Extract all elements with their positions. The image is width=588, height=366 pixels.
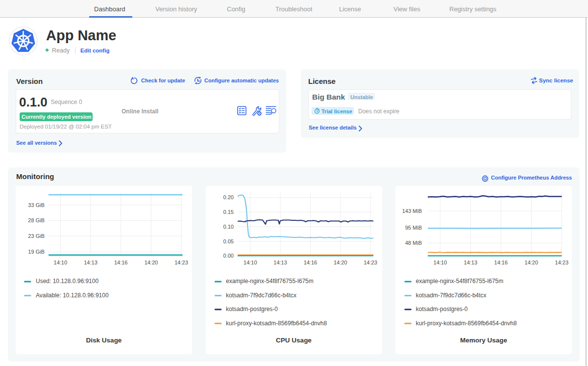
svg-text:14:23: 14:23 xyxy=(364,260,377,265)
svg-text:0.05: 0.05 xyxy=(223,238,234,244)
svg-text:28 GiB: 28 GiB xyxy=(28,217,45,223)
svg-text:14:20: 14:20 xyxy=(525,260,539,265)
svg-text:14:23: 14:23 xyxy=(174,260,188,265)
svg-text:14:16: 14:16 xyxy=(494,260,508,265)
svg-text:23 GiB: 23 GiB xyxy=(28,233,45,239)
svg-text:33 GiB: 33 GiB xyxy=(28,202,45,208)
svg-text:19 GiB: 19 GiB xyxy=(28,249,45,255)
svg-text:14:16: 14:16 xyxy=(304,260,318,265)
svg-text:14:13: 14:13 xyxy=(464,260,478,265)
svg-text:14:20: 14:20 xyxy=(145,260,158,265)
svg-text:14:20: 14:20 xyxy=(334,260,347,265)
svg-text:143 MiB: 143 MiB xyxy=(402,208,422,214)
svg-text:95 MiB: 95 MiB xyxy=(405,225,422,231)
svg-text:14:23: 14:23 xyxy=(555,260,569,265)
svg-text:14:10: 14:10 xyxy=(434,260,447,265)
svg-text:0.10: 0.10 xyxy=(223,224,234,230)
svg-text:14:10: 14:10 xyxy=(54,260,68,265)
svg-text:0.15: 0.15 xyxy=(223,209,234,215)
svg-text:14:10: 14:10 xyxy=(244,260,257,265)
svg-text:14:16: 14:16 xyxy=(114,260,128,265)
svg-text:14:13: 14:13 xyxy=(84,260,98,265)
svg-text:0.20: 0.20 xyxy=(223,194,234,200)
svg-text:14:13: 14:13 xyxy=(273,260,287,265)
svg-text:48 MiB: 48 MiB xyxy=(405,240,422,246)
svg-text:0.00: 0.00 xyxy=(223,253,234,259)
